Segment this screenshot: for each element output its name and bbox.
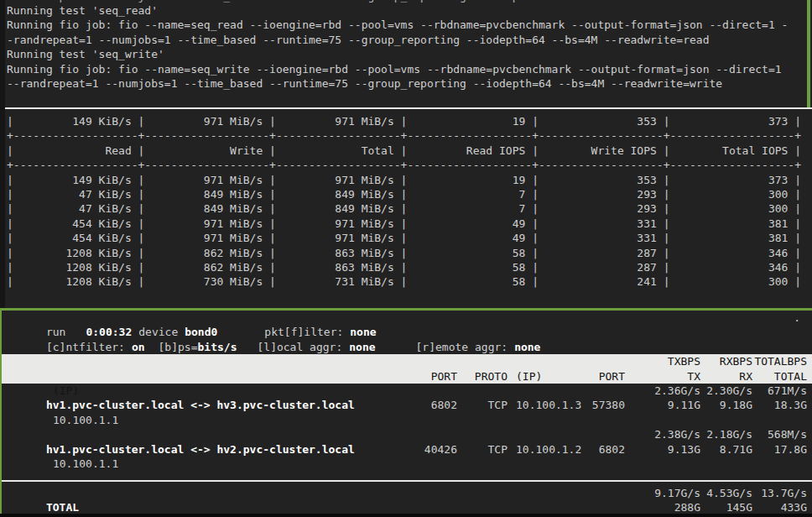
- header-local-port: PORT: [431, 369, 457, 384]
- connection-rxbps: 2.30G/s: [706, 384, 752, 398]
- fio-log-line: Running test 'seq_write': [7, 47, 807, 61]
- header-totalbps: TOTALBPS: [754, 354, 807, 368]
- fio-log-line: Running test 'seq_read': [7, 3, 807, 18]
- table-row: | 1208 KiB/s | 862 MiB/s | 863 MiB/s | 5…: [7, 260, 812, 274]
- benchmark-table: | 149 KiB/s | 971 MiB/s | 971 MiB/s | 19…: [7, 114, 812, 290]
- pane-divider-white: [0, 107, 812, 109]
- blank-line: [0, 413, 812, 427]
- jnettop-total-row: TOTAL 9.17G/s 4.53G/s 13.7G/s: [0, 486, 812, 500]
- header-tx: TX: [687, 369, 700, 384]
- local-port: 6802: [431, 398, 457, 412]
- fio-log-line: Running fio job: fio --name=seq_write --…: [7, 62, 807, 76]
- table-separator: +-------------------+-------------------…: [7, 158, 812, 172]
- header-txbps: TXBPS: [668, 354, 700, 368]
- jnettop-header-row-2: (IP) PORT PROTO (IP) PORT TX RX TOTAL: [0, 369, 812, 384]
- table-separator: +-------------------+-------------------…: [7, 128, 812, 143]
- protocol: TCP: [488, 442, 508, 457]
- jnettop-options-line: [c]ntfilter:on[b]ps=bits/s[l]ocal aggr:n…: [0, 325, 812, 339]
- jnettop-header-row-1: LOCAL <-> REMOTE TXBPS RXBPS TOTALBPS: [0, 354, 812, 368]
- remote-ip: 10.100.1.2: [516, 442, 581, 457]
- jnettop-total-cumulative-row: 288G 145G 433G: [0, 500, 812, 514]
- total-tx-cumulative: 288G: [674, 500, 700, 514]
- terminal-screen: --randrepeat=1 --numjobs=1 --time_based …: [0, 0, 812, 517]
- table-row: | 1208 KiB/s | 730 MiB/s | 731 MiB/s | 5…: [7, 274, 812, 289]
- blank-line: [0, 457, 812, 471]
- table-header-row: | Read | Write | Total | Read IOPS | Wri…: [7, 144, 812, 158]
- left-edge-strip: [0, 0, 5, 308]
- connection-txbps: 2.36G/s: [654, 384, 700, 398]
- header-total: TOTAL: [774, 369, 807, 384]
- bottom-edge-strip: [0, 514, 812, 517]
- header-rx: RX: [739, 369, 752, 384]
- remote-ip: 10.100.1.3: [516, 398, 581, 412]
- header-rxbps: RXBPS: [720, 354, 752, 368]
- remote-port: 57380: [592, 398, 625, 412]
- corner-dot: .: [794, 311, 800, 325]
- table-row: | 454 KiB/s | 971 MiB/s | 971 MiB/s | 49…: [7, 217, 812, 231]
- fio-log-line: Running fio job: fio --name=seq_read --i…: [7, 18, 807, 32]
- connection-totalbps: 671M/s: [768, 384, 807, 398]
- benchmark-table-pane: | 149 KiB/s | 971 MiB/s | 971 MiB/s | 19…: [7, 114, 812, 290]
- fio-log-lines: Running test 'seq_read'Running fio job: …: [7, 3, 807, 91]
- header-remote-port: PORT: [599, 369, 625, 384]
- left-green-border: [0, 311, 2, 514]
- table-row: | 1208 KiB/s | 862 MiB/s | 863 MiB/s | 5…: [7, 246, 812, 260]
- remote-port: 6802: [599, 442, 625, 457]
- header-remote-ip: (IP): [516, 369, 542, 384]
- rx-cumulative: 9.18G: [720, 398, 752, 412]
- tx-cumulative: 9.11G: [668, 398, 700, 412]
- total-rx-cumulative: 145G: [726, 500, 752, 514]
- total-total-cumulative: 433G: [781, 500, 807, 514]
- protocol: TCP: [488, 398, 508, 412]
- total-rxbps: 4.53G/s: [706, 486, 752, 500]
- total-txbps: 9.17G/s: [654, 486, 700, 500]
- blank-line: [0, 471, 812, 485]
- total-cumulative: 17.8G: [774, 442, 807, 457]
- tx-cumulative: 9.13G: [668, 442, 700, 457]
- fio-log-line: --randrepeat=1 --numjobs=1 --time_based …: [7, 76, 807, 91]
- header-proto: PROTO: [475, 369, 508, 384]
- connection-hosts-row: hv1.pvc-cluster.local <-> hv3.pvc-cluste…: [0, 384, 812, 398]
- total-cumulative: 18.3G: [774, 398, 807, 412]
- connection-totalbps: 568M/s: [768, 427, 807, 441]
- table-row: | 454 KiB/s | 971 MiB/s | 971 MiB/s | 49…: [7, 231, 812, 245]
- jnettop-status-line: run0:00:32devicebond0pkt[f]ilter:none .: [0, 311, 812, 325]
- table-row: | 47 KiB/s | 849 MiB/s | 849 MiB/s | 7 |…: [7, 187, 812, 201]
- connection-rxbps: 2.18G/s: [706, 427, 752, 441]
- jnettop-pane: run0:00:32devicebond0pkt[f]ilter:none . …: [0, 311, 812, 514]
- local-port: 40426: [424, 442, 457, 457]
- jnettop-keys-line: [q]uit [h]elp [s]orting [p]ackets [.] pa…: [0, 340, 812, 354]
- fio-log-pane: --randrepeat=1 --numjobs=1 --time_based …: [7, 0, 807, 91]
- total-separator-line: [0, 480, 812, 482]
- rx-cumulative: 8.71G: [720, 442, 752, 457]
- table-row: | 47 KiB/s | 849 MiB/s | 849 MiB/s | 7 |…: [7, 201, 812, 216]
- connection-detail-row: 10.100.1.1 40426 TCP 10.100.1.2 6802 9.1…: [0, 442, 812, 457]
- table-row: | 149 KiB/s | 971 MiB/s | 971 MiB/s | 19…: [7, 173, 812, 187]
- connection-detail-row: 10.100.1.1 6802 TCP 10.100.1.3 57380 9.1…: [0, 398, 812, 412]
- right-green-border: [807, 0, 810, 107]
- connection-txbps: 2.38G/s: [654, 427, 700, 441]
- total-totalbps: 13.7G/s: [761, 486, 807, 500]
- fio-log-line: -randrepeat=1 --numjobs=1 --time_based -…: [7, 33, 807, 47]
- connection-hosts-row: hv1.pvc-cluster.local <-> hv2.pvc-cluste…: [0, 427, 812, 441]
- table-row: | 149 KiB/s | 971 MiB/s | 971 MiB/s | 19…: [7, 114, 812, 128]
